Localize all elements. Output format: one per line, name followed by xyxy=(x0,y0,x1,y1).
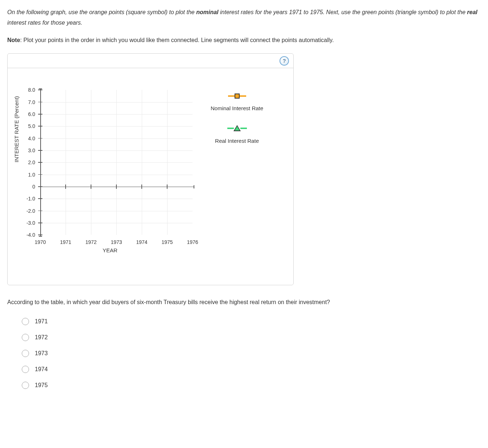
y-axis-title: INTEREST RATE (Percent) xyxy=(13,96,20,162)
radio-icon xyxy=(22,318,29,325)
instructions-text: On the following graph, use the orange p… xyxy=(7,7,481,28)
x-tick-label: 1972 xyxy=(85,239,96,245)
radio-icon xyxy=(22,334,29,341)
y-tick-label: 0 xyxy=(32,184,35,190)
x-axis-title: YEAR xyxy=(103,247,117,253)
option-label: 1972 xyxy=(35,334,48,341)
radio-icon xyxy=(22,366,29,373)
chart-toolbar: ? xyxy=(8,54,293,68)
instr-part1: On the following graph, use the orange p… xyxy=(7,9,196,15)
y-tick-label: -2.0 xyxy=(26,208,35,214)
y-tick-label: 5.0 xyxy=(28,123,35,129)
x-tick-label: 1976 xyxy=(187,239,198,245)
note-text: Note: Plot your points in the order in w… xyxy=(7,36,481,45)
instr-part3: interest rates for those years. xyxy=(7,20,82,26)
plot-area[interactable]: 19701971197219731974197519768.07.06.05.0… xyxy=(40,90,193,235)
y-tick-label: -3.0 xyxy=(26,220,35,226)
option-1975[interactable]: 1975 xyxy=(22,382,481,389)
help-button[interactable]: ? xyxy=(280,56,289,66)
option-label: 1971 xyxy=(35,318,48,325)
legend-real[interactable]: Real Interest Rate xyxy=(211,125,263,144)
answer-options: 19711972197319741975 xyxy=(7,318,481,389)
note-label: Note xyxy=(7,37,20,43)
x-tick-label: 1973 xyxy=(111,239,122,245)
instr-part2: interest rates for the years 1971 to 197… xyxy=(219,9,467,15)
radio-icon xyxy=(22,350,29,357)
option-1974[interactable]: 1974 xyxy=(22,366,481,373)
y-tick-label: 8.0 xyxy=(28,87,35,93)
instr-bold1: nominal xyxy=(196,9,218,15)
option-1973[interactable]: 1973 xyxy=(22,350,481,357)
chart-body: 19701971197219731974197519768.07.06.05.0… xyxy=(8,68,293,285)
legend-nominal-label: Nominal Interest Rate xyxy=(211,105,263,111)
note-body: : Plot your points in the order in which… xyxy=(20,37,334,43)
legend-real-label: Real Interest Rate xyxy=(215,138,259,144)
x-tick-label: 1970 xyxy=(34,239,46,245)
option-label: 1975 xyxy=(35,382,48,389)
y-tick-label: 6.0 xyxy=(28,111,35,117)
option-1972[interactable]: 1972 xyxy=(22,334,481,341)
y-tick-label: 3.0 xyxy=(28,148,35,153)
x-tick-label: 1971 xyxy=(60,239,71,245)
instr-bold2: real xyxy=(467,9,477,15)
y-tick-label: 7.0 xyxy=(28,99,35,105)
legend-nominal[interactable]: Nominal Interest Rate xyxy=(211,94,263,111)
x-tick-label: 1975 xyxy=(161,239,173,245)
help-icon: ? xyxy=(282,58,286,64)
y-tick-label: -4.0 xyxy=(26,232,35,238)
option-label: 1973 xyxy=(35,350,48,357)
triangle-marker-icon xyxy=(227,125,247,131)
x-tick-label: 1974 xyxy=(136,239,147,245)
square-marker-icon xyxy=(228,94,246,99)
question-text: According to the table, in which year di… xyxy=(7,298,481,307)
chart-legend: Nominal Interest Rate Real Interest Rate xyxy=(211,94,263,158)
y-tick-label: -1.0 xyxy=(26,196,35,202)
y-tick-label: 2.0 xyxy=(28,159,35,165)
option-1971[interactable]: 1971 xyxy=(22,318,481,325)
chart-panel: ? 19701971197219731974197519768.07.06.05… xyxy=(7,53,294,285)
y-tick-label: 1.0 xyxy=(28,172,35,178)
radio-icon xyxy=(22,382,29,389)
y-tick-label: 4.0 xyxy=(28,136,35,141)
option-label: 1974 xyxy=(35,366,48,373)
